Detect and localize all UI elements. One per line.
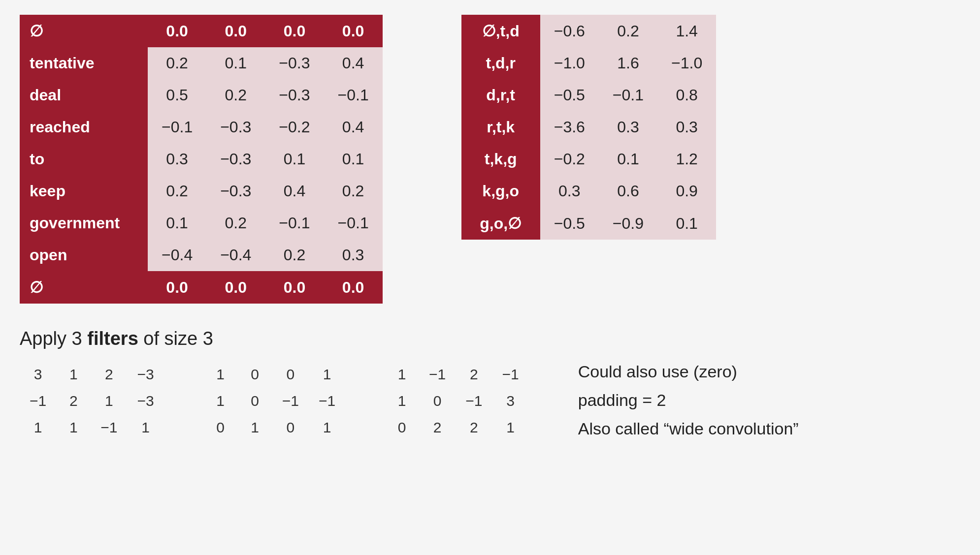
filter-cell: 0	[385, 414, 419, 441]
left-row-header: reached	[20, 111, 148, 143]
right-cell: 1.4	[657, 15, 716, 47]
filter-cell: 1	[492, 414, 529, 441]
left-cell: 0.1	[265, 143, 324, 175]
right-cell: −0.6	[540, 15, 599, 47]
right-cell: −0.9	[599, 207, 657, 240]
filter-cell: −3	[127, 361, 163, 388]
filter-cell: 1	[56, 414, 91, 441]
right-cell: 0.9	[657, 175, 716, 207]
filters-grids: 312−3−121−311−11 100110−1−10101 1−12−110…	[20, 361, 529, 441]
filter-cell: −1	[456, 388, 492, 414]
left-cell: 0.2	[206, 79, 265, 111]
filter-cell: 1	[385, 361, 419, 388]
left-cell: −0.1	[265, 207, 324, 239]
left-row-header: keep	[20, 175, 148, 207]
filter-cell: −1	[492, 361, 529, 388]
left-cell: 0.2	[324, 175, 383, 207]
right-cell: 0.6	[599, 175, 657, 207]
left-row-header: to	[20, 143, 148, 175]
right-table-row: r,t,k−3.60.30.3	[461, 111, 717, 143]
right-cell: −3.6	[540, 111, 599, 143]
left-table-row: ∅0.00.00.00.0	[20, 15, 383, 47]
right-cell: 0.3	[657, 111, 716, 143]
right-cell: 0.2	[599, 15, 657, 47]
left-row-header: ∅	[20, 15, 148, 47]
filter-cell: −1	[272, 388, 309, 414]
left-cell: 0.5	[148, 79, 206, 111]
right-cell: 0.3	[540, 175, 599, 207]
bottom-section: Apply 3 filters of size 3 312−3−121−311−…	[20, 328, 960, 443]
left-table-row: open−0.4−0.40.20.3	[20, 239, 383, 271]
right-table-row: t,d,r−1.01.6−1.0	[461, 47, 717, 79]
filter-cell: 0	[419, 388, 456, 414]
left-cell: 0.4	[265, 175, 324, 207]
right-table-row: t,k,g−0.20.11.2	[461, 143, 717, 175]
filters-section: Apply 3 filters of size 3 312−3−121−311−…	[20, 328, 529, 441]
left-cell: 0.2	[148, 47, 206, 79]
filter-cell: −1	[91, 414, 127, 441]
right-cell: −1.0	[657, 47, 716, 79]
right-cell: −0.1	[599, 79, 657, 111]
left-row-header: deal	[20, 79, 148, 111]
filter-cell: 2	[456, 414, 492, 441]
right-cell: 1.2	[657, 143, 716, 175]
left-cell: −0.2	[265, 111, 324, 143]
right-row-header: t,d,r	[461, 47, 540, 79]
left-cell: −0.4	[206, 239, 265, 271]
left-row-header: ∅	[20, 271, 148, 304]
filter-cell: 0	[203, 414, 238, 441]
right-row-header: g,o,∅	[461, 207, 540, 240]
filter-cell: −1	[309, 388, 345, 414]
filter-cell: 1	[238, 414, 272, 441]
right-row-header: t,k,g	[461, 143, 540, 175]
filter-cell: 2	[91, 361, 127, 388]
right-table-row: d,r,t−0.5−0.10.8	[461, 79, 717, 111]
filter-cell: 1	[91, 388, 127, 414]
right-cell: 1.6	[599, 47, 657, 79]
left-cell: −0.3	[206, 143, 265, 175]
filter-row: 10−13	[385, 388, 529, 414]
left-cell: 0.3	[324, 239, 383, 271]
filter-cell: 0	[272, 361, 309, 388]
left-cell: 0.4	[324, 47, 383, 79]
left-cell: 0.1	[148, 207, 206, 239]
right-table-wrapper: ∅,t,d−0.60.21.4t,d,r−1.01.6−1.0d,r,t−0.5…	[461, 15, 717, 304]
filter-row: 10−1−1	[203, 388, 345, 414]
filter-cell: 1	[203, 361, 238, 388]
filters-title: Apply 3 filters of size 3	[20, 328, 529, 349]
left-table-row: tentative0.20.1−0.30.4	[20, 47, 383, 79]
filter-cell: 2	[456, 361, 492, 388]
left-row-header: government	[20, 207, 148, 239]
left-cell: 0.3	[148, 143, 206, 175]
filter-cell: −1	[20, 388, 56, 414]
left-cell: 0.0	[148, 15, 206, 47]
filter-row: 11−11	[20, 414, 164, 441]
right-cell: −0.5	[540, 79, 599, 111]
left-cell: 0.0	[324, 271, 383, 304]
left-cell: 0.0	[206, 271, 265, 304]
filter-cell: 0	[272, 414, 309, 441]
left-cell: 0.2	[265, 239, 324, 271]
left-cell: 0.4	[324, 111, 383, 143]
left-table-row: ∅0.00.00.00.0	[20, 271, 383, 304]
filter-cell: 1	[385, 388, 419, 414]
filter-cell: 1	[127, 414, 163, 441]
notes-line2: padding = 2	[578, 386, 799, 415]
left-table-row: to0.3−0.30.10.1	[20, 143, 383, 175]
filter-cell: 2	[419, 414, 456, 441]
left-cell: 0.0	[206, 15, 265, 47]
left-cell: −0.4	[148, 239, 206, 271]
left-table-wrapper: ∅0.00.00.00.0tentative0.20.1−0.30.4deal0…	[20, 15, 383, 304]
right-cell: −0.2	[540, 143, 599, 175]
right-table-row: ∅,t,d−0.60.21.4	[461, 15, 717, 47]
left-table: ∅0.00.00.00.0tentative0.20.1−0.30.4deal0…	[20, 15, 383, 304]
left-cell: −0.3	[265, 79, 324, 111]
notes-line1: Could also use (zero)	[578, 358, 799, 386]
filter-row: 1001	[203, 361, 345, 388]
filter3-grid: 1−12−110−130221	[385, 361, 529, 441]
right-row-header: r,t,k	[461, 111, 540, 143]
filter-cell: 3	[492, 388, 529, 414]
left-cell: −0.1	[324, 207, 383, 239]
filter-row: −121−3	[20, 388, 164, 414]
filter-cell: 1	[203, 388, 238, 414]
